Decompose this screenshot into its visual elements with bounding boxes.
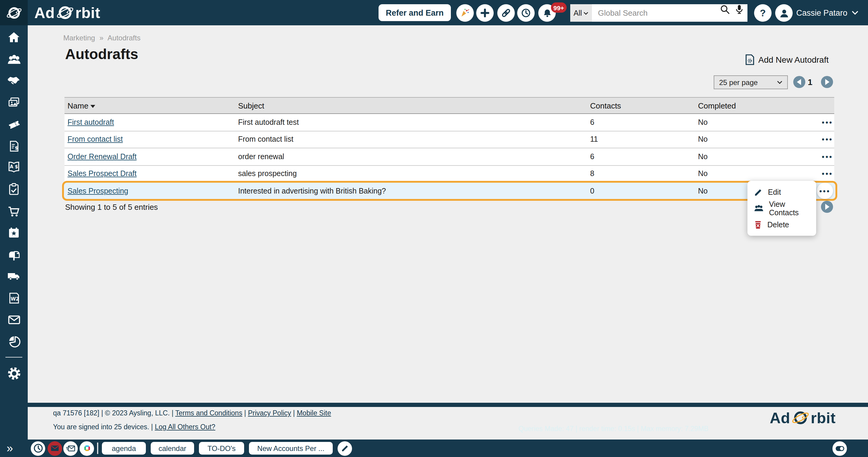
left-nav-sidebar: $ A $ — [0, 25, 28, 457]
search-icon — [720, 4, 730, 14]
voice-search-button[interactable] — [735, 4, 744, 17]
notification-badge: 99+ — [551, 2, 567, 13]
user-avatar[interactable] — [775, 4, 793, 22]
taskbar-shortcut-todos[interactable]: TO-DO's — [199, 442, 244, 455]
brand-wordmark[interactable]: Ad rbit — [34, 0, 100, 25]
row-name-link[interactable]: From contact list — [67, 135, 123, 144]
sidebar-item-email[interactable] — [3, 309, 25, 330]
row-subject: First autodraft test — [238, 118, 590, 127]
truck-icon — [7, 269, 21, 283]
orbit-o-icon — [56, 4, 74, 22]
sidebar-item-deals[interactable] — [3, 70, 25, 92]
collapsed-logo[interactable] — [0, 0, 28, 25]
row-contacts: 8 — [590, 170, 698, 178]
arrow-right-icon — [825, 79, 830, 85]
column-header-subject[interactable]: Subject — [238, 101, 590, 110]
sidebar-item-home[interactable] — [3, 27, 25, 48]
gear-icon — [7, 366, 21, 380]
notes-button[interactable] — [338, 441, 352, 456]
context-menu-edit[interactable]: Edit — [747, 184, 816, 200]
sidebar-item-w2[interactable]: W2 — [3, 287, 25, 309]
bell-icon — [542, 8, 552, 18]
context-menu-delete[interactable]: Delete — [747, 216, 816, 233]
row-contacts: 6 — [590, 153, 698, 161]
unread-mail-button[interactable] — [48, 441, 62, 456]
row-name-link[interactable]: Sales Prospect Draft — [67, 170, 136, 178]
sidebar-item-delivery[interactable] — [3, 265, 25, 287]
page-number: 1 — [808, 77, 812, 87]
help-button[interactable]: ? — [754, 4, 772, 22]
whats-new-button[interactable] — [456, 4, 474, 22]
row-completed: No — [698, 170, 782, 178]
row-completed: No — [698, 135, 782, 144]
column-header-completed[interactable]: Completed — [698, 101, 782, 110]
history-button[interactable] — [517, 4, 535, 22]
row-subject: From contact list — [238, 135, 590, 144]
terms-link[interactable]: Terms and Conditions — [175, 409, 242, 417]
search-scope-select[interactable]: All — [570, 4, 592, 22]
row-menu-button-active[interactable]: ••• — [817, 183, 833, 199]
bottom-taskbar: » — [0, 439, 868, 457]
mobile-site-link[interactable]: Mobile Site — [297, 409, 331, 417]
row-menu-button[interactable]: ••• — [822, 170, 833, 178]
sidebar-item-events[interactable] — [3, 222, 25, 244]
per-page-select[interactable]: 25 per page — [714, 75, 788, 89]
row-name-link[interactable]: Order Renewal Draft — [67, 153, 136, 161]
slack-button[interactable] — [80, 441, 94, 456]
help-icon: ? — [760, 7, 766, 19]
row-context-menu: Edit View Contacts Delete — [747, 181, 816, 236]
breadcrumb-marketing[interactable]: Marketing — [63, 34, 95, 42]
recent-activity-button[interactable] — [31, 441, 45, 456]
breadcrumb-separator: » — [99, 34, 103, 42]
next-page-button[interactable] — [821, 76, 833, 88]
mailbox-icon — [7, 247, 21, 261]
arrow-left-icon — [797, 79, 801, 85]
sidebar-item-rate-card[interactable]: A $ — [3, 157, 25, 179]
sidebar-item-tickets[interactable] — [3, 113, 25, 135]
party-popper-icon — [460, 8, 470, 18]
column-header-contacts[interactable]: Contacts — [590, 101, 698, 110]
row-name-link[interactable]: Sales Prospecting — [67, 187, 128, 195]
sidebar-item-settings[interactable] — [3, 362, 25, 384]
add-new-autodraft-button[interactable]: Add New Autodraft — [745, 54, 829, 65]
context-menu-view-contacts[interactable]: View Contacts — [747, 200, 816, 216]
row-name-link[interactable]: First autodraft — [67, 118, 114, 127]
sidebar-item-billing[interactable]: $ — [3, 135, 25, 157]
table-row: From contact list From contact list 11 N… — [64, 131, 834, 148]
images-icon — [7, 96, 21, 109]
sidebar-item-reports[interactable] — [3, 330, 25, 352]
taskbar-shortcut-new-accounts[interactable]: New Accounts Per ... — [249, 442, 333, 455]
column-header-name[interactable]: Name — [64, 101, 238, 110]
row-completed: No — [698, 153, 782, 161]
sidebar-item-mailbox[interactable] — [3, 244, 25, 265]
row-menu-button[interactable]: ••• — [822, 153, 833, 161]
row-menu-button[interactable]: ••• — [822, 135, 833, 144]
search-submit[interactable] — [720, 4, 730, 17]
debug-watermark: Queries Made: 47 | render time: 0.15s | … — [518, 425, 709, 432]
refer-and-earn-button[interactable]: Refer and Earn — [378, 4, 451, 21]
mail-icon — [7, 313, 21, 327]
pie-chart-icon — [7, 334, 21, 348]
ticket-icon — [7, 117, 21, 131]
log-others-out-link[interactable]: Log All Others Out? — [155, 423, 216, 430]
taskbar-shortcut-agenda[interactable]: agenda — [102, 442, 146, 455]
sidebar-item-tasks[interactable] — [3, 179, 25, 200]
toggle-button[interactable] — [832, 441, 847, 456]
table-row-selected: Sales Prospecting Interested in advertis… — [64, 183, 834, 200]
footer-line1: qa 71576 [182] | © 2023 Aysling, LLC. | … — [53, 409, 331, 417]
sidebar-item-media[interactable] — [3, 92, 25, 113]
row-contacts: 11 — [590, 135, 698, 144]
expand-sidebar-button[interactable]: » — [7, 439, 13, 457]
quick-add-button[interactable] — [476, 4, 494, 22]
taskbar-shortcut-calendar[interactable]: calendar — [151, 442, 194, 455]
user-menu[interactable]: Cassie Pataro — [796, 0, 858, 25]
send-mail-button[interactable] — [63, 441, 78, 456]
links-button[interactable] — [497, 4, 515, 22]
sidebar-item-contacts[interactable] — [3, 48, 25, 70]
app-root: Ad rbit Refer and Earn — [0, 0, 868, 457]
prev-page-button[interactable] — [793, 76, 805, 88]
next-page-button-bottom[interactable] — [821, 201, 833, 213]
sidebar-item-orders[interactable] — [3, 200, 25, 222]
privacy-link[interactable]: Privacy Policy — [248, 409, 291, 417]
row-menu-button[interactable]: ••• — [822, 118, 833, 127]
